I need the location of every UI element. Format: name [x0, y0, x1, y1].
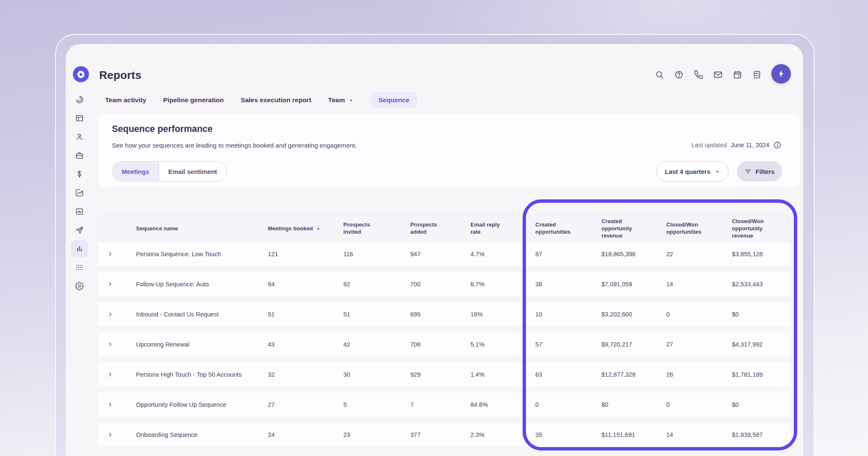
table-row[interactable]: Persona High Touch - Top 50 Accounts 32 … [98, 363, 790, 386]
column-header-email-reply-rate[interactable]: Email reply rate [470, 215, 535, 242]
closed-won-opportunities-value: 14 [666, 423, 732, 447]
column-header-prospects-added[interactable]: Prospects added [410, 215, 470, 242]
prospects-invited-value: 116 [343, 242, 410, 266]
sidebar-item-dashboard[interactable] [71, 109, 88, 126]
created-opportunity-revenue-value: $9,720,217 [601, 333, 666, 356]
sequence-name[interactable]: Inbound - Contact Us Request [136, 302, 268, 326]
meetings-booked-value: 27 [268, 393, 343, 417]
table-row[interactable]: Upcoming Renewal 43 42 708 5.1% 57 $9,72… [98, 333, 790, 356]
created-opportunities-value: 35 [535, 423, 601, 447]
sequence-name[interactable]: Upcoming Renewal [136, 333, 268, 356]
tab-sales-execution-report[interactable]: Sales execution report [241, 96, 311, 104]
sidebar-item-history[interactable] [71, 91, 88, 108]
prospects-invited-value: 42 [343, 333, 410, 356]
page-title: Reports [99, 67, 142, 83]
email-reply-rate-value: 5.1% [470, 333, 535, 356]
last-updated-label: Last updated [691, 142, 727, 148]
column-header-closed-won-opportunity-revenue[interactable]: Closed/Won opportunity revenue [732, 215, 790, 242]
column-header-sequence-name[interactable]: Sequence name [136, 215, 268, 242]
sequence-name[interactable]: Follow-Up Sequence: Auto [136, 272, 268, 296]
sidebar-nav [71, 91, 88, 296]
toggle-option-email-sentiment[interactable]: Email sentiment [159, 162, 226, 181]
column-header-meetings-booked[interactable]: Meetings booked [268, 215, 343, 242]
closed-won-opportunities-value: 22 [666, 242, 732, 266]
tab-pipeline-generation[interactable]: Pipeline generation [163, 96, 224, 104]
sidebar-item-companies[interactable] [71, 147, 88, 164]
tab-sequence[interactable]: Sequence [371, 92, 417, 108]
phone-icon[interactable] [694, 70, 703, 79]
table-row[interactable]: Inbound - Contact Us Request 51 51 695 1… [98, 302, 790, 326]
sidebar-item-deals[interactable] [71, 165, 88, 182]
column-label: Email reply rate [470, 221, 503, 235]
tab-team-dropdown[interactable]: Team [328, 96, 353, 104]
sidebar-item-analytics[interactable] [71, 184, 88, 201]
sidebar-item-apps[interactable] [71, 259, 88, 276]
row-expand-chevron-icon[interactable] [107, 371, 114, 378]
date-range-dropdown[interactable]: Last 4 quarters [657, 161, 729, 182]
column-header-created-opportunity-revenue[interactable]: Created opportunity revenue [601, 215, 666, 242]
sidebar-item-enrichment[interactable] [71, 203, 88, 220]
sidebar-item-sequences[interactable] [71, 221, 88, 238]
sequence-name[interactable]: Onboarding Sequence [136, 423, 268, 447]
help-icon[interactable] [674, 70, 684, 79]
sequence-name[interactable]: Opportunity Follow Up Sequence [136, 393, 268, 417]
row-expand-chevron-icon[interactable] [107, 281, 114, 288]
date-range-label: Last 4 quarters [665, 168, 711, 175]
table-row[interactable]: Follow-Up Sequence: Auto 84 82 700 6.7% … [98, 272, 790, 296]
table-row[interactable]: Onboarding Sequence 24 23 377 2.3% 35 $1… [98, 423, 790, 447]
layout-icon [75, 114, 84, 123]
closed-won-opportunities-value: 27 [666, 333, 732, 356]
column-label: Created opportunities [535, 221, 574, 235]
email-reply-rate-value: 6.7% [470, 272, 535, 296]
sequence-name[interactable]: Persona High Touch - Top 50 Accounts [136, 363, 268, 386]
tab-team-activity[interactable]: Team activity [105, 96, 146, 104]
meetings-booked-value: 24 [268, 423, 343, 447]
image-pulse-icon [75, 207, 84, 216]
table-body: Persona Sequence: Low Touch 121 116 947 … [98, 242, 790, 447]
row-expand-chevron-icon[interactable] [107, 431, 114, 438]
caret-down-icon [348, 98, 354, 103]
filters-button[interactable]: Filters [737, 161, 782, 182]
sidebar-item-contacts[interactable] [71, 128, 88, 145]
column-header-created-opportunities[interactable]: Created opportunities [535, 215, 601, 242]
tasks-icon[interactable] [752, 70, 762, 79]
sidebar-item-settings[interactable] [71, 277, 88, 294]
caret-down-icon [715, 169, 720, 174]
row-expand-chevron-icon[interactable] [107, 401, 114, 408]
table-header-row: Sequence name Meetings booked Prospects … [98, 214, 790, 242]
briefcase-icon [75, 151, 84, 160]
tab-label: Team [328, 96, 345, 104]
meetings-booked-value: 32 [268, 363, 343, 386]
sequence-name[interactable]: Persona Sequence: Low Touch [136, 242, 268, 266]
closed-won-opportunities-value: 0 [666, 393, 732, 417]
prospects-added-value: 700 [410, 272, 470, 296]
closed-won-opportunity-revenue-value: $1,781,189 [732, 363, 790, 386]
last-updated-date: June 11, 2024 [731, 142, 769, 148]
chart-trend-icon [75, 188, 84, 197]
user-avatar-button[interactable] [771, 64, 791, 84]
tab-label: Pipeline generation [163, 96, 224, 104]
header-spacer [98, 215, 136, 242]
row-expand-chevron-icon[interactable] [107, 341, 114, 348]
lightning-icon [776, 69, 786, 79]
calendar-icon[interactable] [733, 70, 742, 79]
prospects-invited-value: 23 [343, 423, 410, 447]
sidebar-item-reports[interactable] [71, 240, 88, 257]
closed-won-opportunity-revenue-value: $2,533,443 [732, 272, 790, 296]
row-expand-chevron-icon[interactable] [107, 251, 114, 257]
app-logo[interactable] [73, 66, 89, 82]
prospects-added-value: 7 [410, 393, 470, 417]
prospects-added-value: 708 [410, 333, 470, 356]
prospects-invited-value: 51 [343, 302, 410, 326]
tab-label: Sequence [378, 96, 409, 104]
toggle-option-meetings[interactable]: Meetings [112, 162, 159, 181]
column-header-closed-won-opportunities[interactable]: Closed/Won opportunities [666, 215, 732, 242]
info-icon[interactable] [773, 141, 782, 149]
column-label: Prospects added [410, 221, 441, 235]
mail-icon[interactable] [713, 70, 723, 79]
table-row[interactable]: Opportunity Follow Up Sequence 27 5 7 84… [98, 393, 790, 417]
row-expand-chevron-icon[interactable] [107, 311, 114, 318]
search-icon[interactable] [655, 70, 664, 79]
table-row[interactable]: Persona Sequence: Low Touch 121 116 947 … [98, 242, 790, 266]
column-header-prospects-invited[interactable]: Prospects invited [343, 215, 410, 242]
